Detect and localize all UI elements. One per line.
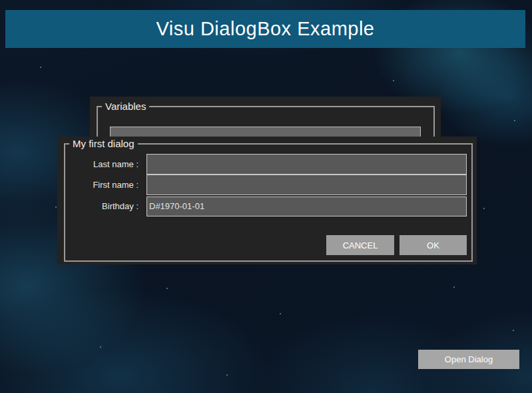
star-dot <box>393 80 394 81</box>
star-dot <box>514 120 515 121</box>
birthday-label: Birthday : <box>77 201 138 212</box>
title-bar: Visu DialogBox Example <box>5 10 525 48</box>
star-dot <box>226 374 228 376</box>
first-name-field[interactable] <box>146 175 467 195</box>
star-dot <box>55 206 57 208</box>
star-dot <box>483 208 485 209</box>
star-dot <box>100 346 101 348</box>
dialog-groupbox-legend: My first dialog <box>69 138 138 149</box>
visu-screen: Visu DialogBox Example Variables My firs… <box>0 0 532 393</box>
last-name-field[interactable] <box>146 154 467 175</box>
star-dot <box>40 67 41 68</box>
birthday-field[interactable]: D#1970-01-01 <box>146 196 467 216</box>
star-dot <box>513 330 514 331</box>
page-title: Visu DialogBox Example <box>156 18 374 40</box>
star-dot <box>166 288 168 289</box>
star-dot <box>280 313 281 314</box>
cancel-button[interactable]: CANCEL <box>326 235 394 255</box>
first-name-label: First name : <box>77 180 138 191</box>
star-dot <box>453 286 455 288</box>
open-dialog-button[interactable]: Open Dialog <box>418 350 519 369</box>
my-first-dialog: My first dialog Last name : First name :… <box>57 137 477 264</box>
last-name-label: Last name : <box>77 159 138 170</box>
variables-groupbox-legend: Variables <box>102 101 149 112</box>
ok-button[interactable]: OK <box>399 235 467 255</box>
